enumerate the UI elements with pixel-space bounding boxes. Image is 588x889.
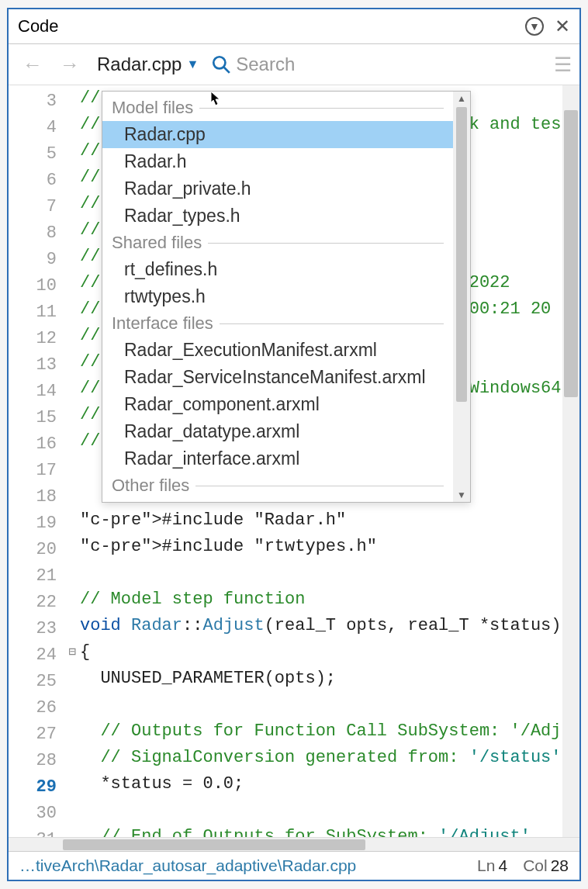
svg-line-1 (224, 67, 230, 73)
horizontal-scrollbar[interactable] (9, 837, 579, 851)
ln-label: Ln (477, 856, 495, 874)
panel-options-icon[interactable]: ▼ (525, 17, 544, 36)
menu-icon[interactable]: ☰ (554, 53, 570, 77)
col-value: 28 (551, 856, 569, 874)
svg-point-0 (214, 57, 226, 68)
dropdown-item[interactable]: rt_defines.h (102, 256, 453, 283)
file-dropdown-trigger[interactable]: Radar.cpp ▼ (92, 52, 203, 77)
dropdown-item[interactable]: Radar.cpp (102, 121, 453, 148)
file-dropdown: Model filesRadar.cppRadar.hRadar_private… (102, 91, 471, 503)
ln-value: 4 (498, 856, 507, 874)
statusbar: …tiveArch\Radar_autosar_adaptive\Radar.c… (9, 851, 579, 880)
dropdown-item[interactable]: Radar_datatype.arxml (102, 418, 453, 445)
window-title: Code (18, 16, 59, 36)
dropdown-group-header: Shared files (102, 230, 453, 256)
chevron-down-icon: ▼ (186, 57, 199, 71)
toolbar: ← → Radar.cpp ▼ Search ☰ (9, 44, 579, 85)
vertical-scrollbar[interactable] (562, 85, 579, 837)
fold-column[interactable]: ⊟ (64, 85, 80, 837)
scroll-down-icon[interactable]: ▼ (457, 488, 466, 502)
dropdown-item[interactable]: rtwtypes.h (102, 283, 453, 310)
dropdown-item[interactable]: Radar_interface.arxml (102, 445, 453, 472)
dropdown-group-header: Other files (102, 472, 453, 499)
dropdown-group-header: Model files (102, 95, 453, 121)
line-gutter: 3456789101112131415161718192021222324252… (9, 85, 64, 837)
dropdown-item[interactable]: Radar_private.h (102, 175, 453, 202)
dropdown-item[interactable]: Radar_ServiceInstanceManifest.arxml (102, 364, 453, 391)
back-icon[interactable]: ← (18, 53, 47, 77)
cursor-icon (206, 90, 222, 112)
col-label: Col (523, 856, 548, 874)
scroll-up-icon[interactable]: ▲ (457, 92, 466, 106)
dropdown-group-header: Interface files (102, 310, 453, 337)
scroll-thumb[interactable] (456, 107, 467, 402)
dropdown-item[interactable]: Radar_ExecutionManifest.arxml (102, 337, 453, 364)
close-icon[interactable]: ✕ (555, 16, 570, 37)
dropdown-scrollbar[interactable]: ▲ ▼ (453, 92, 470, 502)
dropdown-item[interactable]: Radar.h (102, 148, 453, 175)
scroll-thumb[interactable] (63, 839, 365, 850)
code-panel: Code ▼ ✕ ← → Radar.cpp ▼ Search ☰ Model … (7, 8, 581, 881)
file-path: …tiveArch\Radar_autosar_adaptive\Radar.c… (19, 856, 462, 875)
search-input[interactable]: Search (211, 54, 295, 75)
dropdown-item[interactable]: Radar_types.h (102, 202, 453, 230)
search-icon (211, 54, 231, 74)
current-file-label: Radar.cpp (97, 54, 182, 75)
scroll-thumb[interactable] (564, 110, 578, 397)
dropdown-item[interactable]: Radar_component.arxml (102, 391, 453, 418)
titlebar: Code ▼ ✕ (9, 9, 579, 44)
search-placeholder: Search (236, 54, 295, 75)
forward-icon[interactable]: → (55, 53, 85, 77)
